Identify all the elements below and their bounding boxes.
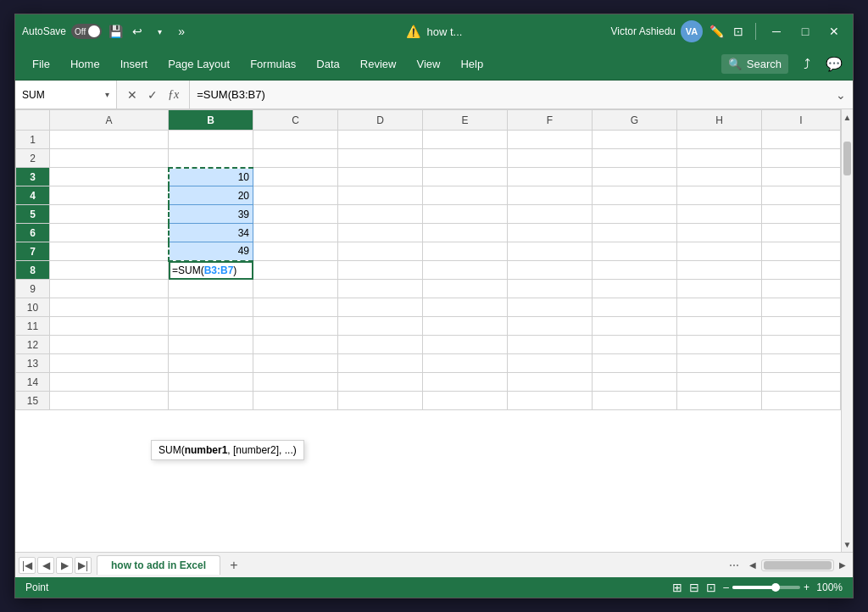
name-box[interactable]: SUM ▾ [15,81,117,108]
cell-f6[interactable] [508,224,593,242]
cell-d8[interactable] [338,261,423,280]
cell-d14[interactable] [338,373,423,392]
cell-c9[interactable] [253,280,338,298]
cell-b13[interactable] [169,354,253,373]
cell-c1[interactable] [253,131,338,149]
menu-home[interactable]: Home [60,53,110,75]
cell-i14[interactable] [762,373,841,392]
cell-c6[interactable] [253,224,338,242]
cell-a6[interactable] [50,224,169,242]
pen-icon[interactable]: ✏️ [708,23,725,40]
undo-icon[interactable]: ↩ [129,23,146,40]
page-break-icon[interactable]: ⊡ [706,581,716,594]
menu-view[interactable]: View [406,53,450,75]
cell-f11[interactable] [508,317,593,336]
cell-h4[interactable] [677,186,762,205]
cell-g13[interactable] [593,354,677,373]
scroll-down-button[interactable]: ▼ [842,537,853,552]
cell-i5[interactable] [762,205,841,224]
menu-formulas[interactable]: Formulas [240,53,306,75]
cell-f13[interactable] [508,354,593,373]
cell-b2[interactable] [169,149,253,168]
share-icon[interactable]: ⤴ [795,53,819,76]
cell-a15[interactable] [50,392,169,410]
cell-f14[interactable] [508,373,593,392]
cell-b3[interactable]: 10 [169,168,253,186]
cell-d3[interactable] [338,168,423,186]
scroll-thumb-v[interactable] [843,142,851,175]
cell-h2[interactable] [677,149,762,168]
cell-i12[interactable] [762,336,841,354]
cell-c12[interactable] [253,336,338,354]
cell-i2[interactable] [762,149,841,168]
cell-e10[interactable] [423,298,508,317]
menu-help[interactable]: Help [450,53,493,75]
cell-d13[interactable] [338,354,423,373]
col-header-g[interactable]: G [593,110,677,131]
cell-h10[interactable] [677,298,762,317]
cell-i15[interactable] [762,392,841,410]
cell-g12[interactable] [593,336,677,354]
cell-f15[interactable] [508,392,593,410]
cell-h6[interactable] [677,224,762,242]
cell-c8[interactable] [253,261,338,280]
save-icon[interactable]: 💾 [107,23,124,40]
formula-input[interactable]: =SUM(B3:B7) [190,88,829,101]
cell-g5[interactable] [593,205,677,224]
cell-f2[interactable] [508,149,593,168]
cell-a5[interactable] [50,205,169,224]
sheet-nav-next[interactable]: ▶ [56,557,73,574]
cell-h3[interactable] [677,168,762,186]
cell-b8[interactable]: =SUM(B3:B7) [169,261,253,280]
col-header-f[interactable]: F [508,110,593,131]
cell-e13[interactable] [423,354,508,373]
cell-i8[interactable] [762,261,841,280]
sheet-nav-last[interactable]: ▶| [75,557,92,574]
sheet-tab-active[interactable]: how to add in Excel [97,555,220,575]
cell-f3[interactable] [508,168,593,186]
cell-g14[interactable] [593,373,677,392]
cell-c3[interactable] [253,168,338,186]
cell-f5[interactable] [508,205,593,224]
minimize-button[interactable]: ─ [765,19,788,43]
undo-dropdown-icon[interactable]: ▾ [151,23,168,40]
cell-g3[interactable] [593,168,677,186]
cell-e2[interactable] [423,149,508,168]
sheet-nav-prev[interactable]: ◀ [37,557,54,574]
menu-insert[interactable]: Insert [110,53,159,75]
cell-h9[interactable] [677,280,762,298]
cell-d2[interactable] [338,149,423,168]
cell-e3[interactable] [423,168,508,186]
cell-d12[interactable] [338,336,423,354]
cell-h12[interactable] [677,336,762,354]
insert-function-icon[interactable]: ƒx [164,86,182,103]
redo-icon[interactable]: » [173,23,190,40]
cell-i1[interactable] [762,131,841,149]
cell-h5[interactable] [677,205,762,224]
cell-g11[interactable] [593,317,677,336]
cell-e9[interactable] [423,280,508,298]
confirm-formula-icon[interactable]: ✓ [144,86,161,103]
cell-a4[interactable] [50,186,169,205]
cell-e11[interactable] [423,317,508,336]
col-header-c[interactable]: C [253,110,338,131]
cell-h14[interactable] [677,373,762,392]
cell-d15[interactable] [338,392,423,410]
cell-b15[interactable] [169,392,253,410]
cell-a3[interactable] [50,168,169,186]
cell-b6[interactable]: 34 [169,224,253,242]
cell-i9[interactable] [762,280,841,298]
menu-page-layout[interactable]: Page Layout [158,53,240,75]
vertical-scrollbar[interactable]: ▲ ▼ [841,109,853,552]
cell-a10[interactable] [50,298,169,317]
cell-a7[interactable] [50,242,169,261]
cell-e15[interactable] [423,392,508,410]
cell-h15[interactable] [677,392,762,410]
cell-e7[interactable] [423,242,508,261]
cell-b10[interactable] [169,298,253,317]
zoom-plus-icon[interactable]: + [804,581,810,593]
cell-g4[interactable] [593,186,677,205]
page-layout-icon[interactable]: ⊟ [689,581,699,594]
cell-d6[interactable] [338,224,423,242]
cell-h13[interactable] [677,354,762,373]
